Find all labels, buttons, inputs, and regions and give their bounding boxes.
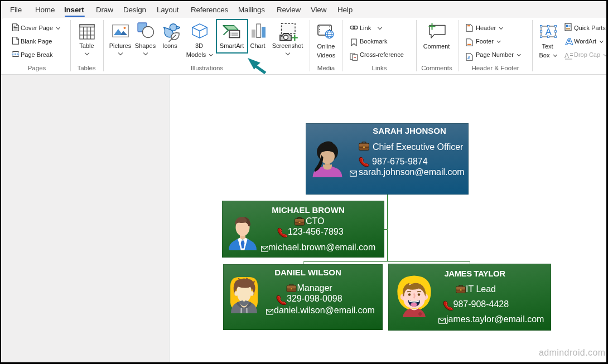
svg-text:#: # — [467, 55, 470, 60]
